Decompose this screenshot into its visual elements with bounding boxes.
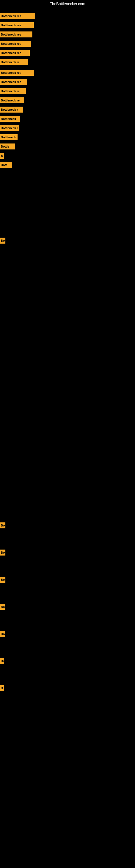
bar-label-28: Bott xyxy=(0,631,5,637)
bar-label-25: Bo xyxy=(0,550,5,556)
bar-label-14: Bottleneck xyxy=(0,134,17,140)
bar-item-16: B xyxy=(0,153,4,159)
bar-label-3: Bottleneck res xyxy=(0,31,32,37)
bar-item-30: B xyxy=(0,685,4,691)
bar-label-9: Bottleneck re xyxy=(0,88,26,94)
bar-item-12: Bottleneck xyxy=(0,116,20,122)
bar-item-10: Bottleneck re xyxy=(0,97,24,103)
bar-label-11: Bottleneck r xyxy=(0,106,23,113)
bar-label-13: Bottleneck r xyxy=(0,125,19,131)
site-title: TheBottlenecker.com xyxy=(0,0,135,7)
bar-item-25: Bo xyxy=(0,550,5,556)
bar-item-13: Bottleneck r xyxy=(0,125,19,131)
bar-label-5: Bottleneck res xyxy=(0,50,30,56)
bar-label-24: Bo xyxy=(0,522,5,528)
bar-label-19: Bo xyxy=(0,238,5,244)
bar-label-12: Bottleneck xyxy=(0,116,20,122)
bar-item-17: Bott xyxy=(0,162,12,168)
bar-item-6: Bottleneck re xyxy=(0,59,28,65)
bar-label-16: B xyxy=(0,153,4,159)
bar-item-5: Bottleneck res xyxy=(0,50,30,56)
bar-item-2: Bottleneck res xyxy=(0,22,34,28)
bar-label-30: B xyxy=(0,685,4,691)
bar-item-15: Bottle xyxy=(0,144,15,150)
bar-label-10: Bottleneck re xyxy=(0,97,24,103)
bar-label-8: Bottleneck res xyxy=(0,79,27,85)
bar-label-7: Bottleneck res xyxy=(0,70,34,76)
bar-label-15: Bottle xyxy=(0,144,15,150)
bar-label-2: Bottleneck res xyxy=(0,22,34,28)
bar-item-8: Bottleneck res xyxy=(0,79,27,85)
bar-item-14: Bottleneck xyxy=(0,134,17,140)
bar-label-1: Bottleneck res xyxy=(0,13,35,19)
bar-item-24: Bo xyxy=(0,522,5,528)
bar-label-26: Bo xyxy=(0,577,5,583)
bar-item-28: Bott xyxy=(0,631,5,637)
bar-item-11: Bottleneck r xyxy=(0,106,23,113)
bar-item-3: Bottleneck res xyxy=(0,31,32,37)
bar-item-29: Bott xyxy=(0,658,4,664)
bar-item-9: Bottleneck re xyxy=(0,88,26,94)
bar-item-7: Bottleneck res xyxy=(0,70,34,76)
bar-item-19: Bo xyxy=(0,238,5,244)
bar-label-6: Bottleneck re xyxy=(0,59,28,65)
bar-item-4: Bottleneck res xyxy=(0,41,31,46)
bar-label-4: Bottleneck res xyxy=(0,41,31,46)
bar-item-26: Bo xyxy=(0,577,5,583)
bar-item-1: Bottleneck res xyxy=(0,13,35,19)
bar-label-29: Bott xyxy=(0,658,4,664)
bar-label-27: Bott xyxy=(0,604,5,610)
bar-item-27: Bott xyxy=(0,604,5,610)
bar-label-17: Bott xyxy=(0,162,12,168)
